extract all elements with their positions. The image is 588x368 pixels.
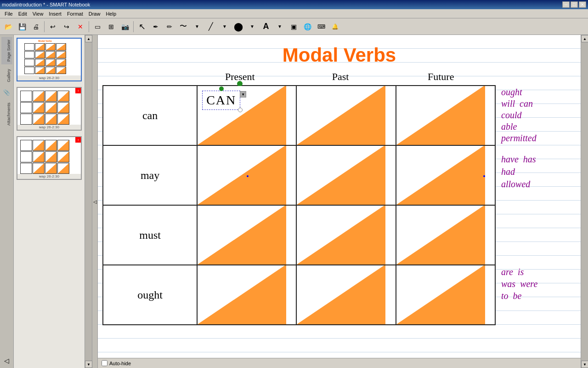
tool-line-dropdown[interactable]: ▼ [218, 20, 231, 33]
sidebar-tab-gallery[interactable]: Gallery [1, 66, 12, 85]
title-bar: modalintroduction * - SMART Notebook ─ □… [0, 0, 588, 9]
tool-pen1[interactable]: ✒ [149, 20, 162, 33]
sidebar-tab-attachments[interactable]: Attachments [1, 100, 12, 128]
canvas-area: Modal Verbs Present Past Future [98, 35, 581, 368]
tool-shapes-dropdown[interactable]: ▼ [246, 20, 259, 33]
menu-file[interactable]: File [2, 11, 16, 17]
rw-able-row: able [501, 121, 576, 132]
cell-may-present[interactable] [197, 145, 296, 205]
page-thumb-1-inner: Modal Verbs [17, 39, 73, 75]
tool-save[interactable]: 💾 [16, 20, 28, 33]
tool-pen3[interactable]: 〜 [177, 20, 190, 33]
cell-may-past[interactable] [296, 145, 396, 205]
tool-delete[interactable]: ✕ [74, 20, 87, 33]
right-words-group2: have has had allowed [501, 145, 576, 264]
sidebar-icon-attachments[interactable]: 📎 [1, 87, 12, 98]
auto-hide-checkbox[interactable] [102, 360, 107, 366]
page-1-label: мар 26-2:30 [17, 75, 81, 80]
cell-must-future[interactable] [396, 205, 495, 265]
tool-redo[interactable]: ↪ [60, 20, 73, 33]
tool-print[interactable]: 🖨 [29, 20, 42, 33]
menu-draw[interactable]: Draw [86, 11, 103, 17]
tool-pen-dropdown[interactable]: ▼ [191, 20, 204, 33]
page-3-badge: ! [75, 137, 81, 143]
right-scroll-track [581, 42, 588, 361]
tool-open[interactable]: 📂 [2, 20, 15, 33]
toolbar-separator-2 [89, 21, 89, 32]
cell-must-present[interactable] [197, 205, 296, 265]
toolbar-separator-1 [44, 21, 45, 32]
triangle-may-past [297, 145, 385, 205]
cell-can-future[interactable] [396, 86, 495, 145]
tool-insert-table[interactable]: ▭ [91, 20, 104, 33]
cell-ought-present[interactable] [197, 265, 296, 325]
word-permitted: permitted [501, 133, 537, 144]
tool-text[interactable]: A [260, 20, 272, 33]
can-handwritten-text: CAN [206, 93, 236, 107]
tool-undo[interactable]: ↩ [46, 20, 59, 33]
tool-response[interactable]: 🔔 [328, 20, 341, 33]
collapse-handle[interactable]: ◁ [92, 35, 98, 368]
page-thumb-1[interactable]: Modal Verbs [17, 38, 82, 81]
cell-ought-future[interactable] [396, 265, 495, 325]
word-able: able [501, 121, 517, 132]
textbox-dropdown[interactable]: ▼ [240, 91, 246, 98]
page-thumb-3[interactable]: ! [17, 136, 82, 180]
page-2-badge: ! [75, 88, 81, 93]
right-scroll-down[interactable]: ▼ [581, 361, 588, 368]
can-textbox[interactable]: ▼ CAN [202, 91, 240, 110]
tool-pen2[interactable]: ✏ [163, 20, 176, 33]
tool-shapes[interactable]: ⬤ [232, 20, 245, 33]
column-headers: Present Past Future [190, 71, 491, 85]
scroll-down-btn[interactable]: ▼ [85, 361, 92, 368]
cell-can-present[interactable]: ▼ CAN [197, 86, 296, 145]
row-label-must: must [103, 205, 197, 265]
cell-can-past[interactable] [296, 86, 396, 145]
menu-edit[interactable]: Edit [16, 11, 30, 17]
tool-insert-grid[interactable]: ⊞ [105, 20, 118, 33]
triangle-must-past [297, 205, 385, 264]
page-thumb-3-inner [17, 137, 73, 174]
right-word-list: ought will can could able [496, 85, 576, 325]
scroll-track [85, 42, 92, 361]
scroll-up-btn[interactable]: ▲ [85, 35, 92, 42]
minimize-button[interactable]: ─ [562, 1, 570, 8]
triangle-must-present [198, 205, 286, 264]
textbox-handle-top[interactable] [219, 86, 224, 91]
menu-view[interactable]: View [30, 11, 46, 17]
cell-ought-past[interactable] [296, 265, 396, 325]
table-row-may: may [103, 145, 495, 205]
tool-text-dropdown[interactable]: ▼ [273, 20, 286, 33]
right-scroll-up[interactable]: ▲ [581, 35, 588, 42]
cell-may-future[interactable] [396, 145, 495, 205]
tool-line[interactable]: ╱ [204, 20, 217, 33]
tool-select[interactable]: ↖ [136, 20, 148, 33]
triangle-ought-future [396, 265, 485, 324]
sidebar-icon-arrow[interactable]: ◁ [1, 355, 12, 366]
menu-format[interactable]: Format [64, 11, 86, 17]
auto-hide-checkbox-wrapper[interactable]: Auto-hide [102, 360, 131, 366]
menu-insert[interactable]: Insert [46, 11, 64, 17]
tool-web[interactable]: 🌐 [301, 20, 314, 33]
tool-keyboard[interactable]: ⌨ [315, 20, 328, 33]
word-allowed: allowed [501, 179, 530, 190]
sidebar-tab-page-sorter[interactable]: Page Sorter [1, 37, 12, 64]
word-can-right: can [520, 98, 533, 109]
close-button[interactable]: ✕ [579, 1, 586, 8]
page-title: Modal Verbs [98, 35, 581, 71]
tool-fill[interactable]: ▣ [287, 20, 300, 33]
rw-had-row: had [501, 167, 576, 177]
rw-are-is-row: are is [501, 267, 576, 277]
triangle-may-present [198, 145, 286, 205]
auto-hide-label: Auto-hide [109, 361, 131, 366]
triangle-can-past [297, 86, 385, 145]
triangle-can-future [396, 86, 485, 145]
page-thumb-2[interactable]: ! [17, 87, 82, 131]
maximize-button[interactable]: □ [571, 1, 578, 8]
toolbar-separator-3 [133, 21, 134, 32]
left-sidebar: Page Sorter Gallery 📎 Attachments ◁ [0, 35, 14, 368]
menu-help[interactable]: Help [103, 11, 119, 17]
cell-must-past[interactable] [296, 205, 396, 265]
word-will: will [501, 98, 515, 109]
tool-screenshot[interactable]: 📷 [119, 20, 131, 33]
